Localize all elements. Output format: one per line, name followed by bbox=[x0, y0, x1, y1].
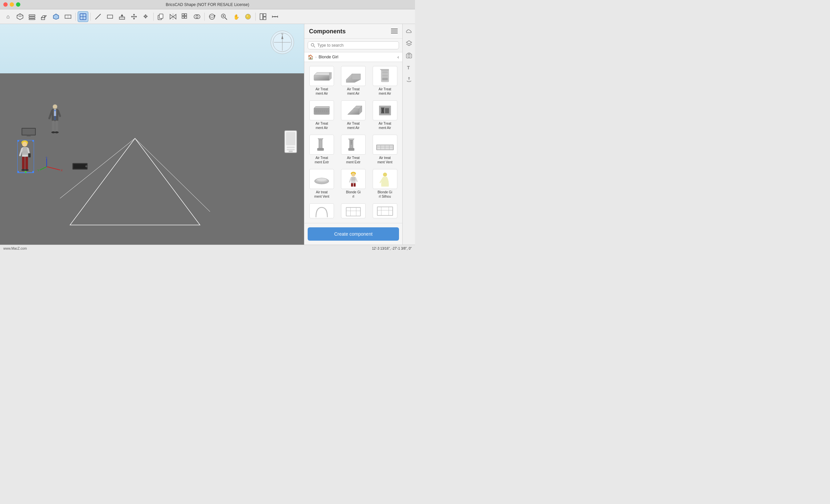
extrude-button[interactable] bbox=[39, 11, 49, 22]
component-label-6: Air Treatment Air bbox=[379, 121, 391, 130]
component-thumb-13 bbox=[309, 203, 334, 218]
breadcrumb-home-icon[interactable]: 🏠 bbox=[308, 54, 313, 60]
solid-button[interactable] bbox=[51, 11, 61, 22]
component-label-10: Air treatment Vent bbox=[314, 190, 329, 199]
svg-line-76 bbox=[49, 111, 52, 118]
component-label-7: Air Treatment Extr bbox=[315, 156, 329, 164]
layers-side-icon-button[interactable] bbox=[404, 39, 414, 48]
mirror-button[interactable] bbox=[168, 11, 178, 22]
canvas-ground[interactable]: X Y Z bbox=[0, 73, 304, 245]
cloud-icon-button[interactable] bbox=[404, 27, 414, 36]
hamburger-menu-button[interactable] bbox=[391, 28, 398, 35]
materials-button[interactable] bbox=[243, 11, 253, 22]
text-icon-button[interactable]: T bbox=[404, 63, 414, 72]
svg-rect-97 bbox=[22, 157, 25, 169]
svg-rect-167 bbox=[351, 183, 353, 186]
svg-point-100 bbox=[25, 169, 29, 171]
array-button[interactable] bbox=[180, 11, 190, 22]
svg-line-95 bbox=[28, 149, 29, 153]
orbit-button[interactable] bbox=[207, 11, 217, 22]
svg-line-2 bbox=[17, 15, 20, 17]
svg-rect-50 bbox=[263, 14, 266, 16]
svg-line-66 bbox=[40, 167, 47, 170]
viewport-button[interactable] bbox=[78, 11, 88, 22]
pan-button[interactable]: ✥ bbox=[141, 11, 151, 22]
component-thumb-15 bbox=[373, 203, 397, 218]
zoom-fit-button[interactable] bbox=[219, 11, 229, 22]
component-item-5[interactable]: Air Treatment Air bbox=[339, 99, 368, 131]
svg-rect-104 bbox=[32, 171, 34, 173]
move-button[interactable] bbox=[129, 11, 139, 22]
svg-marker-32 bbox=[173, 14, 176, 19]
blonde-girl-selected[interactable] bbox=[17, 140, 34, 173]
measure-button[interactable] bbox=[270, 11, 280, 22]
search-input[interactable] bbox=[317, 43, 396, 48]
device-right bbox=[284, 130, 297, 153]
svg-line-64 bbox=[47, 167, 60, 170]
right-panel-container: Components bbox=[304, 24, 415, 245]
component-item-12[interactable]: Blonde Girl Silhou bbox=[370, 168, 400, 200]
search-input-wrap bbox=[308, 41, 399, 49]
3dbox-button[interactable] bbox=[15, 11, 25, 22]
svg-point-41 bbox=[214, 15, 215, 16]
status-left: www.MacZ.com bbox=[3, 247, 27, 250]
main-toolbar: ⌂ ✥ bbox=[0, 9, 415, 24]
pushpull-button[interactable] bbox=[117, 11, 127, 22]
svg-marker-8 bbox=[41, 16, 45, 18]
scene-objects: X Y Z bbox=[0, 73, 304, 245]
viewport2-button[interactable] bbox=[258, 11, 268, 22]
component-item-1[interactable]: Air Treatment Air bbox=[307, 65, 337, 97]
upload-icon-button[interactable] bbox=[404, 75, 414, 84]
component-item-14[interactable] bbox=[339, 202, 368, 221]
svg-marker-128 bbox=[380, 69, 389, 70]
canvas-sky: N bbox=[0, 24, 304, 73]
create-component-button[interactable]: Create component bbox=[308, 227, 399, 241]
svg-rect-35 bbox=[185, 14, 187, 16]
status-bar: www.MacZ.com 12'-3 13/16", -27'-1 3/8", … bbox=[0, 245, 415, 252]
svg-rect-98 bbox=[25, 157, 28, 169]
svg-marker-133 bbox=[348, 109, 359, 114]
svg-rect-177 bbox=[377, 207, 393, 215]
component-item-9[interactable]: Air treatment Vent bbox=[370, 133, 400, 166]
component-item-7[interactable]: Air Treatment Extr bbox=[307, 133, 337, 166]
svg-line-18 bbox=[95, 14, 101, 19]
toolbar-sep-1 bbox=[75, 13, 76, 21]
layers-button[interactable] bbox=[27, 11, 37, 22]
component-item-3[interactable]: Air Treatment Air bbox=[370, 65, 400, 97]
component-item-13[interactable] bbox=[307, 202, 337, 221]
create-button-wrap: Create component bbox=[304, 223, 402, 245]
component-item-4[interactable]: Air Treatment Air bbox=[307, 99, 337, 131]
svg-marker-132 bbox=[314, 106, 329, 108]
boolean-button[interactable] bbox=[192, 11, 202, 22]
component-item-11[interactable]: Blonde Girl bbox=[339, 168, 368, 200]
maximize-button[interactable] bbox=[16, 2, 20, 7]
component-item-2[interactable]: Air Treatment Air bbox=[339, 65, 368, 97]
svg-rect-107 bbox=[73, 164, 87, 169]
rectangle-button[interactable] bbox=[105, 11, 115, 22]
camera-icon-button[interactable] bbox=[404, 51, 414, 60]
component-label-3: Air Treatment Air bbox=[379, 87, 391, 96]
line-button[interactable] bbox=[93, 11, 103, 22]
component-item-8[interactable]: Air Treatment Extr bbox=[339, 133, 368, 166]
section-button[interactable] bbox=[63, 11, 73, 22]
toolbar-sep-3 bbox=[153, 13, 154, 21]
component-thumb-10 bbox=[309, 169, 334, 189]
breadcrumb-separator: › bbox=[315, 55, 317, 59]
copy-button[interactable] bbox=[156, 11, 166, 22]
svg-line-43 bbox=[225, 18, 227, 20]
minimize-button[interactable] bbox=[10, 2, 14, 7]
close-button[interactable] bbox=[3, 2, 8, 7]
component-item-10[interactable]: Air treatment Vent bbox=[307, 168, 337, 200]
breadcrumb-back-button[interactable]: ‹ bbox=[397, 54, 399, 60]
svg-rect-72 bbox=[27, 135, 31, 136]
home-button[interactable]: ⌂ bbox=[3, 11, 13, 22]
component-thumb-7 bbox=[309, 135, 334, 155]
svg-rect-127 bbox=[382, 78, 388, 81]
canvas-area[interactable]: N X Y bbox=[0, 24, 304, 245]
window-controls[interactable] bbox=[3, 2, 20, 7]
svg-rect-168 bbox=[354, 183, 356, 186]
component-item-6[interactable]: Air Treatment Air bbox=[370, 99, 400, 131]
component-item-15[interactable] bbox=[370, 202, 400, 221]
hand-button[interactable]: ✋ bbox=[231, 11, 241, 22]
svg-rect-5 bbox=[29, 17, 35, 18]
